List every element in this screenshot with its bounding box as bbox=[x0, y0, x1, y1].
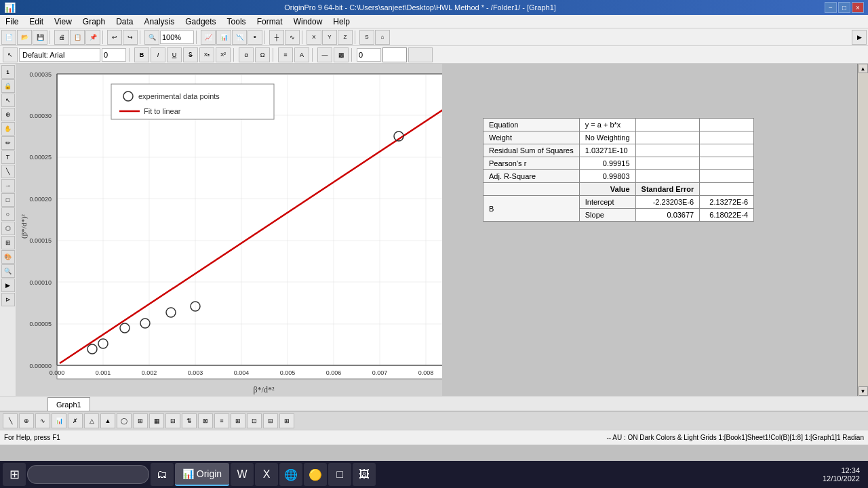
lock-btn[interactable]: 🔒 bbox=[1, 79, 15, 93]
zoom-tool-btn[interactable]: ⊕ bbox=[1, 108, 15, 121]
menu-graph[interactable]: Graph bbox=[77, 15, 111, 28]
ellipse-btn[interactable]: ○ bbox=[1, 207, 15, 221]
copy-btn[interactable]: 📋 bbox=[70, 30, 85, 45]
color-swatch[interactable] bbox=[382, 47, 407, 62]
menu-format[interactable]: Format bbox=[252, 15, 288, 28]
poly-btn[interactable]: ⬡ bbox=[1, 222, 15, 235]
layer-btn[interactable]: 1 bbox=[1, 65, 15, 79]
extra-input[interactable] bbox=[357, 48, 381, 62]
line-tool-btn[interactable]: ╲ bbox=[1, 165, 15, 178]
taskbar-btn5[interactable]: 🟡 bbox=[304, 463, 327, 486]
menu-help[interactable]: Help bbox=[328, 15, 355, 28]
z-icon[interactable]: Z bbox=[338, 30, 353, 45]
d-btn[interactable]: ⌂ bbox=[375, 30, 390, 45]
print-btn[interactable]: 🖨 bbox=[54, 30, 69, 45]
menu-window[interactable]: Window bbox=[288, 15, 328, 28]
region-btn[interactable]: ⊞ bbox=[1, 236, 15, 249]
close-button[interactable]: × bbox=[852, 2, 864, 13]
strikethrough-btn[interactable]: S̶ bbox=[183, 47, 198, 62]
line-style-btn[interactable]: — bbox=[317, 47, 332, 62]
start-button[interactable]: ⊞ bbox=[3, 463, 26, 486]
taskbar-excel[interactable]: X bbox=[255, 463, 278, 486]
right-scrollbar[interactable]: ▲ ▼ bbox=[857, 64, 868, 396]
minimize-button[interactable]: − bbox=[825, 2, 837, 13]
graph-area[interactable]: 0.00000 0.00005 0.00010 0.00015 0.00020 … bbox=[16, 64, 442, 396]
bt6[interactable]: △ bbox=[84, 413, 99, 428]
menu-data[interactable]: Data bbox=[111, 15, 138, 28]
scroll-down-btn[interactable]: ▼ bbox=[859, 386, 868, 396]
taskbar-edge[interactable]: 🌐 bbox=[279, 463, 302, 486]
cursor-btn[interactable]: ┼ bbox=[269, 30, 284, 45]
bt13[interactable]: ⊠ bbox=[198, 413, 213, 428]
menu-tools[interactable]: Tools bbox=[222, 15, 252, 28]
bt14[interactable]: ≡ bbox=[214, 413, 229, 428]
magnify-btn[interactable]: 🔍 bbox=[1, 264, 15, 278]
pointer-btn[interactable]: ↖ bbox=[1, 94, 15, 107]
bt9[interactable]: ⊞ bbox=[133, 413, 148, 428]
maximize-button[interactable]: □ bbox=[838, 2, 850, 13]
graph-tab-1[interactable]: Graph1 bbox=[47, 397, 90, 411]
color-btn[interactable]: 🎨 bbox=[1, 250, 15, 264]
taskbar-word[interactable]: W bbox=[231, 463, 254, 486]
font-color-btn[interactable]: A bbox=[294, 47, 309, 62]
bt18[interactable]: ⊞ bbox=[279, 413, 294, 428]
bt12[interactable]: ⇅ bbox=[182, 413, 197, 428]
bt16[interactable]: ⊡ bbox=[247, 413, 262, 428]
zoom-input[interactable] bbox=[160, 30, 194, 44]
zoom-in-btn[interactable]: 🔍 bbox=[144, 30, 159, 45]
menu-gadgets[interactable]: Gadgets bbox=[180, 15, 221, 28]
rect-btn[interactable]: □ bbox=[1, 193, 15, 207]
menu-view[interactable]: View bbox=[49, 15, 77, 28]
graph-btn1[interactable]: 📈 bbox=[201, 30, 216, 45]
taskbar-search[interactable] bbox=[27, 465, 149, 484]
bt2[interactable]: ⊕ bbox=[19, 413, 34, 428]
menu-edit[interactable]: Edit bbox=[24, 15, 49, 28]
select-btn[interactable]: ↖ bbox=[3, 47, 18, 62]
extra-btn2[interactable] bbox=[408, 47, 433, 62]
script-btn[interactable]: ▶ bbox=[1, 279, 15, 292]
bt17[interactable]: ⊟ bbox=[263, 413, 278, 428]
scatter-btn[interactable]: ⚬ bbox=[248, 30, 262, 45]
align-left-btn[interactable]: ≡ bbox=[278, 47, 293, 62]
text-btn[interactable]: T bbox=[1, 150, 15, 164]
expand-btn[interactable]: ⊳ bbox=[1, 293, 15, 306]
undo-btn[interactable]: ↩ bbox=[107, 30, 122, 45]
scroll-up-btn[interactable]: ▲ bbox=[859, 64, 868, 73]
fit-btn[interactable]: ∿ bbox=[285, 30, 300, 45]
bt7[interactable]: ▲ bbox=[100, 413, 115, 428]
x-icon[interactable]: X bbox=[307, 30, 321, 45]
y-icon[interactable]: Y bbox=[322, 30, 337, 45]
superscript-btn[interactable]: X² bbox=[216, 47, 231, 62]
font-size-input[interactable] bbox=[102, 48, 126, 62]
symbol-btn[interactable]: Ω bbox=[255, 47, 270, 62]
bold-btn[interactable]: B bbox=[134, 47, 149, 62]
menu-analysis[interactable]: Analysis bbox=[139, 15, 180, 28]
open-btn[interactable]: 📂 bbox=[17, 30, 32, 45]
bt15[interactable]: ⊞ bbox=[231, 413, 245, 428]
bt3[interactable]: ∿ bbox=[35, 413, 50, 428]
toolbar-right-btn[interactable]: ▶ bbox=[852, 30, 867, 45]
bt5[interactable]: ✗ bbox=[68, 413, 83, 428]
taskbar-photos[interactable]: 🖼 bbox=[353, 463, 376, 486]
underline-btn[interactable]: U bbox=[167, 47, 182, 62]
taskbar-btn6[interactable]: □ bbox=[328, 463, 351, 486]
arrow-btn[interactable]: → bbox=[1, 179, 15, 192]
new-btn[interactable]: 📄 bbox=[1, 30, 16, 45]
bt11[interactable]: ⊟ bbox=[165, 413, 180, 428]
bt8[interactable]: ◯ bbox=[117, 413, 132, 428]
font-selector[interactable] bbox=[19, 48, 100, 62]
bt1[interactable]: ╲ bbox=[3, 413, 18, 428]
draw-btn[interactable]: ✏ bbox=[1, 136, 15, 150]
greek-btn[interactable]: α bbox=[239, 47, 254, 62]
subscript-btn[interactable]: X₂ bbox=[199, 47, 214, 62]
graph-btn3[interactable]: 📉 bbox=[232, 30, 247, 45]
pan-btn[interactable]: ✋ bbox=[1, 122, 15, 136]
paste-btn[interactable]: 📌 bbox=[85, 30, 100, 45]
taskbar-explorer[interactable]: 🗂 bbox=[151, 463, 174, 486]
italic-btn[interactable]: I bbox=[151, 47, 165, 62]
s-btn[interactable]: S bbox=[359, 30, 374, 45]
graph-btn2[interactable]: 📊 bbox=[216, 30, 231, 45]
menu-file[interactable]: File bbox=[0, 15, 24, 28]
fill-btn[interactable]: ▩ bbox=[334, 47, 349, 62]
redo-btn[interactable]: ↪ bbox=[123, 30, 138, 45]
